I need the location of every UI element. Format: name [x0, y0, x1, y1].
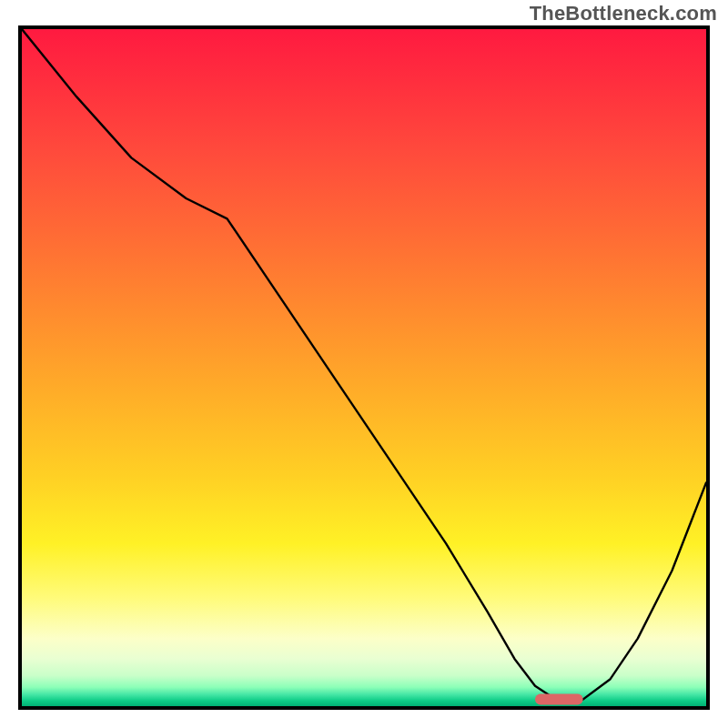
chart-container: TheBottleneck.com — [0, 0, 728, 728]
watermark-text: TheBottleneck.com — [530, 2, 717, 25]
data-curve — [22, 29, 706, 700]
chart-overlay — [22, 29, 706, 706]
trough-marker — [535, 694, 583, 705]
plot-frame — [18, 25, 710, 710]
